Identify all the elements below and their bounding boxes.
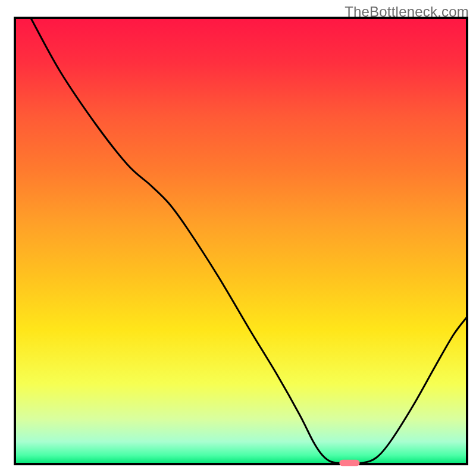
chart-container: TheBottleneck.com: [0, 0, 476, 476]
plot-background: [15, 18, 467, 464]
watermark-text: TheBottleneck.com: [345, 4, 469, 20]
optimal-point-marker: [339, 460, 359, 466]
bottleneck-chart: [0, 0, 476, 476]
